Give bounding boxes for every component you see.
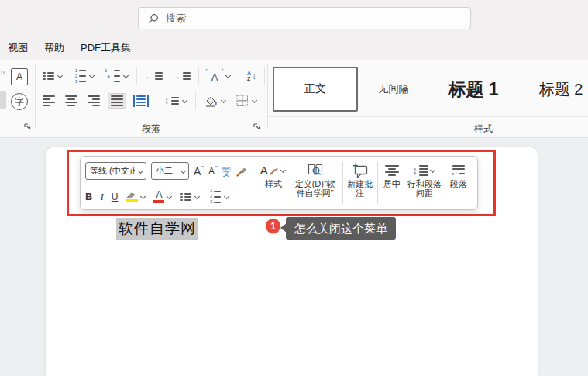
increase-indent-button[interactable]: →: [170, 71, 193, 82]
chevron-down-icon[interactable]: [225, 73, 231, 79]
line-spacing-icon: ↕: [412, 166, 418, 175]
highlighter-icon: [126, 191, 138, 202]
mini-numbering-button[interactable]: 1 2 3: [208, 189, 229, 204]
bullet-list-icon: [180, 193, 191, 201]
bullet-list-icon: [43, 72, 54, 80]
styles-icon: A: [260, 166, 268, 175]
title-bar: 搜索: [0, 0, 588, 35]
chevron-down-icon[interactable]: [280, 167, 287, 174]
align-center-icon: [65, 95, 77, 106]
font-size-dropdown[interactable]: 小二: [151, 162, 189, 180]
align-right-button[interactable]: [85, 94, 102, 108]
chevron-down-icon[interactable]: [88, 73, 95, 79]
font-color-icon: A: [153, 191, 164, 203]
search-placeholder: 搜索: [166, 12, 186, 26]
style-heading2[interactable]: 标题 2: [524, 67, 588, 112]
bullet-list-button[interactable]: [40, 71, 65, 81]
group-divider: [35, 64, 36, 129]
font-size-value: 小二: [156, 165, 173, 177]
button-divider: [239, 67, 239, 85]
style-normal[interactable]: 正文: [273, 67, 358, 112]
grow-font-button[interactable]: Aˆ: [194, 165, 204, 178]
tab-view[interactable]: 视图: [8, 41, 28, 55]
highlight-color-button[interactable]: [126, 191, 146, 202]
multilevel-list-button[interactable]: 1 a i: [102, 67, 131, 85]
mini-toolbar: 等线 (中文正文) 小二 Aˆ Aˇ wén文: [80, 156, 478, 210]
bold-button[interactable]: B: [85, 191, 92, 202]
tab-pdf-toolset[interactable]: PDF工具集: [81, 41, 131, 55]
line-spacing-button[interactable]: ↕: [162, 94, 190, 108]
styles-button[interactable]: A 样式: [258, 160, 289, 205]
justify-button[interactable]: [108, 93, 126, 109]
numbered-list-button[interactable]: 1 2 3: [70, 67, 97, 85]
chevron-down-icon[interactable]: [122, 73, 129, 79]
gallery-divider: [268, 116, 588, 117]
center-button[interactable]: 居中: [381, 160, 403, 205]
chevron-down-icon[interactable]: [181, 98, 187, 104]
align-left-icon: [43, 95, 55, 106]
tab-help[interactable]: 帮助: [44, 41, 64, 55]
chevron-down-icon[interactable]: [430, 167, 436, 174]
mini-toolbar-command-section: A 样式: [258, 160, 471, 205]
chevron-down-icon[interactable]: [57, 73, 63, 79]
mini-bullets-button[interactable]: [180, 193, 200, 201]
style-heading1[interactable]: 标题 1: [431, 67, 516, 112]
new-comment-button[interactable]: 新建批注: [346, 160, 374, 205]
font-name-dropdown[interactable]: 等线 (中文正文): [85, 162, 146, 180]
clipped-button-fragment: n: [1, 68, 5, 76]
paragraph-group-row1: 1 2 3 1 a i ← →: [40, 65, 292, 87]
toolbar-divider: [253, 162, 253, 204]
chevron-down-icon[interactable]: [251, 98, 257, 104]
font-dialog-launcher-icon[interactable]: [23, 122, 32, 131]
distribute-icon: [134, 95, 148, 106]
chevron-down-icon[interactable]: [220, 98, 226, 104]
annotation-badge: 1: [266, 219, 280, 233]
format-painter-icon[interactable]: [236, 165, 248, 178]
line-paragraph-spacing-button[interactable]: ↕ 行和段落间距: [405, 160, 444, 205]
chevron-down-icon[interactable]: [223, 194, 229, 200]
phonetic-guide-button[interactable]: wén文: [222, 166, 231, 177]
chevron-down-icon[interactable]: [194, 194, 200, 200]
italic-button[interactable]: I: [100, 191, 103, 203]
asian-layout-button[interactable]: ˆAˆ: [205, 67, 233, 85]
chevron-down-icon[interactable]: [166, 194, 172, 200]
styles-group-label: 样式: [465, 122, 502, 136]
character-border-button[interactable]: A: [11, 68, 28, 85]
ribbon: n A 字 1 2 3: [0, 60, 588, 138]
sort-button[interactable]: AZ ↓: [245, 69, 259, 83]
chevron-down-icon[interactable]: [139, 194, 146, 200]
toolbar-divider: [342, 162, 343, 204]
font-color-button[interactable]: A: [153, 191, 172, 203]
chevron-down-icon: [137, 168, 143, 174]
underline-button[interactable]: U: [112, 191, 119, 202]
enclose-characters-button[interactable]: 字: [11, 93, 28, 110]
style-no-spacing[interactable]: 无间隔: [364, 67, 423, 112]
selected-text[interactable]: 软件自学网: [116, 218, 198, 240]
numbered-list-icon: 1 2 3: [208, 189, 221, 204]
align-left-button[interactable]: [40, 94, 57, 108]
define-button[interactable]: 定义(D)"软件自学网": [291, 160, 339, 205]
search-input[interactable]: 搜索: [138, 7, 471, 29]
distribute-button[interactable]: [132, 94, 150, 108]
shading-icon: [204, 95, 218, 107]
paragraph-group-row2: ↕: [40, 90, 260, 112]
borders-button[interactable]: [234, 93, 260, 109]
enclose-characters-glyph: 字: [15, 95, 24, 109]
word-window: 搜索 视图 帮助 PDF工具集 n A 字: [0, 0, 588, 376]
ribbon-tab-row: 视图 帮助 PDF工具集: [0, 35, 588, 60]
borders-icon: [236, 95, 249, 107]
paragraph-group-label: 段落: [35, 122, 267, 136]
sort-icon: AZ ↓: [247, 71, 256, 81]
character-border-letter: A: [16, 71, 22, 82]
button-divider: [198, 67, 199, 85]
character-scaling-icon: ˆAˆ: [207, 69, 222, 83]
align-center-button[interactable]: [63, 94, 80, 108]
decrease-indent-button[interactable]: ←: [143, 71, 165, 82]
shrink-font-button[interactable]: Aˇ: [208, 166, 218, 177]
group-divider: [267, 64, 268, 129]
paragraph-button[interactable]: ↵ 段落: [446, 160, 471, 205]
shading-button[interactable]: [201, 93, 229, 109]
justify-icon: [111, 95, 123, 106]
center-align-icon: [385, 165, 399, 176]
paragraph-dialog-launcher-icon[interactable]: [253, 122, 261, 131]
